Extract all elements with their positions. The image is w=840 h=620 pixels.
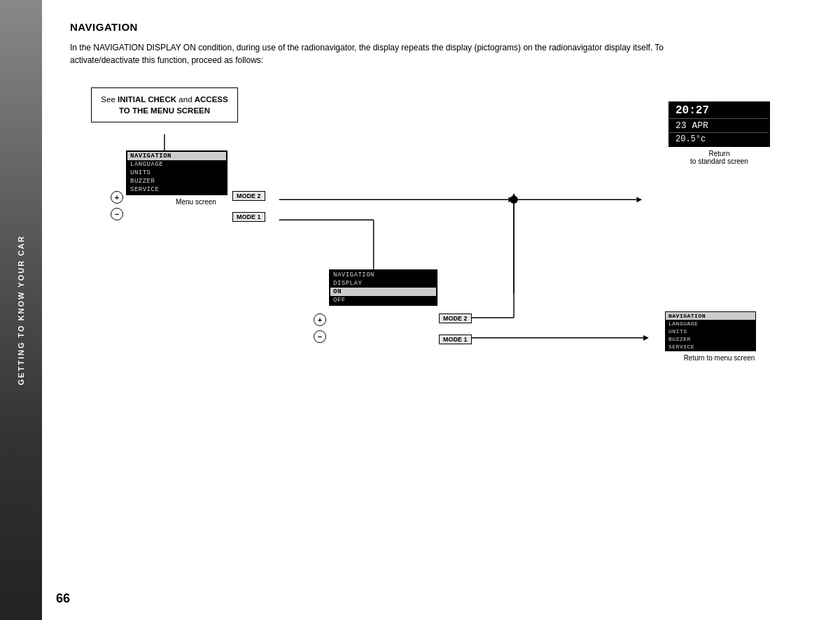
clock-box: 20:27 23 APR 20.5°c xyxy=(668,101,770,147)
return-menu-row-1: LANGUAGE xyxy=(666,320,755,327)
return-menu-box: NAVIGATION LANGUAGE UNITS BUZZER SERVICE xyxy=(665,311,756,351)
display-row-2: ON xyxy=(330,288,436,296)
return-menu-label: Return to menu screen xyxy=(665,354,774,362)
clock-time: 20:27 xyxy=(670,103,769,118)
plus-button[interactable]: + xyxy=(111,191,123,204)
sidebar-label: GETTING TO KNOW YOUR CAR xyxy=(17,235,25,385)
return-menu-row-3: BUZZER xyxy=(666,335,755,343)
menu-row-0: NAVIGATION xyxy=(127,152,226,160)
menu-mode1-btn[interactable]: MODE 1 xyxy=(232,212,265,222)
menu-row-2: UNITS xyxy=(127,169,226,177)
see-box: See INITIAL CHECK and ACCESS TO THE MENU… xyxy=(91,87,238,122)
display-plus-minus: + − xyxy=(314,313,326,343)
display-plus-button[interactable]: + xyxy=(314,313,326,326)
clock-date: 23 APR xyxy=(670,119,769,132)
svg-marker-4 xyxy=(636,197,642,202)
menu-row-3: BUZZER xyxy=(127,177,226,185)
menu-mode2-btn[interactable]: MODE 2 xyxy=(232,191,265,201)
display-mode2-btn[interactable]: MODE 2 xyxy=(439,313,472,323)
minus-button[interactable]: − xyxy=(111,208,123,220)
page-number: 66 xyxy=(56,591,70,606)
display-minus-button[interactable]: − xyxy=(314,330,326,343)
svg-marker-12 xyxy=(511,193,517,200)
see-text: See INITIAL CHECK and ACCESS TO THE MENU… xyxy=(101,95,227,115)
display-row-0: NAVIGATION xyxy=(330,271,436,279)
standard-screen-container: 20:27 23 APR 20.5°c Return to standard s… xyxy=(668,101,770,165)
svg-marker-2 xyxy=(508,197,514,202)
menu-row-1: LANGUAGE xyxy=(127,160,226,169)
svg-marker-14 xyxy=(643,335,649,341)
return-menu-row-2: UNITS xyxy=(666,327,755,335)
display-screen-box: NAVIGATION DISPLAY ON OFF xyxy=(329,269,438,306)
display-screen-container: NAVIGATION DISPLAY ON OFF xyxy=(329,269,469,306)
menu-row-4: SERVICE xyxy=(127,185,226,194)
svg-point-5 xyxy=(510,195,518,204)
return-menu-container: NAVIGATION LANGUAGE UNITS BUZZER SERVICE… xyxy=(665,311,774,362)
return-menu-row-0: NAVIGATION xyxy=(666,312,755,320)
main-content: NAVIGATION In the NAVIGATION DISPLAY ON … xyxy=(42,0,840,620)
display-row-3: OFF xyxy=(330,296,436,304)
display-row-1: DISPLAY xyxy=(330,279,436,288)
sidebar: GETTING TO KNOW YOUR CAR xyxy=(0,0,42,620)
clock-label: Return to standard screen xyxy=(668,150,770,165)
display-mode1-btn[interactable]: MODE 1 xyxy=(439,334,472,344)
body-text: In the NAVIGATION DISPLAY ON condition, … xyxy=(70,41,700,66)
menu-screen-box: NAVIGATION LANGUAGE UNITS BUZZER SERVICE xyxy=(126,150,227,195)
return-menu-row-4: SERVICE xyxy=(666,343,755,351)
diagram: See INITIAL CHECK and ACCESS TO THE MENU… xyxy=(70,87,812,507)
clock-temp: 20.5°c xyxy=(670,133,769,146)
section-title: NAVIGATION xyxy=(70,21,812,33)
menu-plus-minus: + − xyxy=(111,191,123,220)
